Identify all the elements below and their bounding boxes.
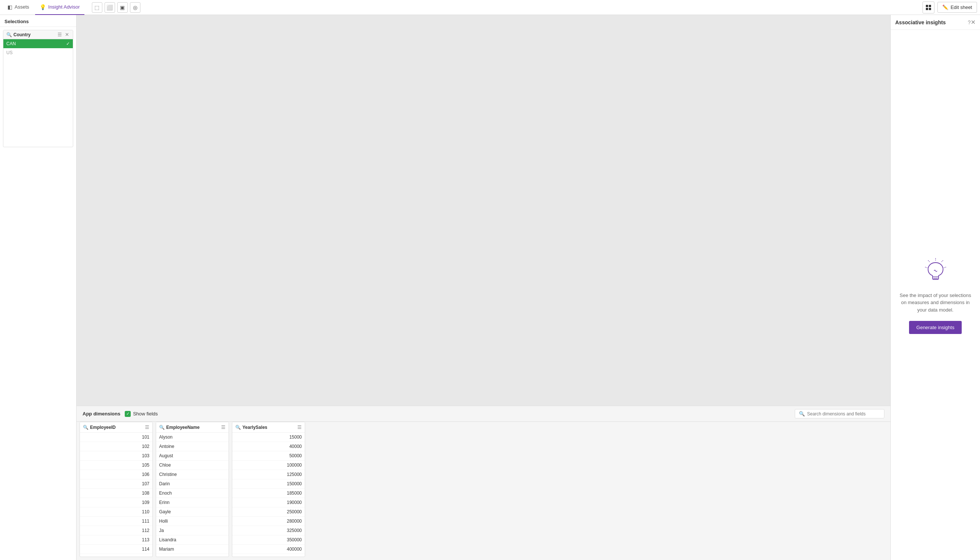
edit-sheet-label: Edit sheet xyxy=(950,5,972,10)
list-item[interactable]: Holli xyxy=(156,517,229,526)
assets-tab-label: Assets xyxy=(15,4,29,10)
list-item[interactable]: 101 xyxy=(80,433,152,442)
insights-close-btn[interactable]: ✕ xyxy=(971,19,975,26)
topbar: ◧ Assets 💡 Insight Advisor ⬚ ⬜ ▣ ◎ ✏️ Ed… xyxy=(0,0,980,15)
dimensions-search-input[interactable] xyxy=(807,411,880,417)
dim-column-employeeid: 🔍EmployeeID☰1011021031051061071081091101… xyxy=(80,422,153,557)
list-item[interactable]: 112 xyxy=(80,526,152,535)
list-item[interactable]: 50000 xyxy=(232,451,305,461)
tab-assets[interactable]: ◧ Assets xyxy=(3,0,33,15)
dim-menu-btn-1[interactable]: ☰ xyxy=(221,424,226,430)
dim-list-1: AlysonAntoineAugustChloeChristineDarinEn… xyxy=(156,433,229,557)
list-item[interactable]: 107 xyxy=(80,479,152,488)
selections-panel: Selections 🔍 Country ☰ ✕ CAN ✓ US xyxy=(0,15,77,560)
list-item[interactable]: Antoine xyxy=(156,442,229,451)
filter-header: 🔍 Country ☰ ✕ xyxy=(3,30,73,39)
list-item[interactable]: Christine xyxy=(156,470,229,479)
svg-rect-2 xyxy=(926,8,928,10)
list-item[interactable]: 190000 xyxy=(232,498,305,507)
assets-icon: ◧ xyxy=(7,4,12,10)
list-item[interactable]: 102 xyxy=(80,442,152,451)
list-item[interactable]: 350000 xyxy=(232,535,305,545)
list-item[interactable]: 108 xyxy=(80,488,152,498)
dim-header-0: 🔍EmployeeID☰ xyxy=(80,422,152,433)
country-filter-box: 🔍 Country ☰ ✕ CAN ✓ US xyxy=(3,30,73,147)
dim-title-1: EmployeeName xyxy=(166,425,220,430)
target-btn[interactable]: ◎ xyxy=(130,2,140,13)
dim-column-yearlysales: 🔍YearlySales☰150004000050000100000125000… xyxy=(232,422,305,557)
insights-header: Associative insights ? ✕ xyxy=(891,15,980,30)
list-item[interactable]: Enoch xyxy=(156,488,229,498)
list-item[interactable]: August xyxy=(156,451,229,461)
insights-title: Associative insights xyxy=(895,20,968,25)
grid-view-btn[interactable] xyxy=(922,2,934,13)
checkmark-icon: ✓ xyxy=(66,41,70,46)
show-fields-toggle[interactable]: ✓ Show fields xyxy=(125,411,158,417)
dimensions-search-box[interactable]: 🔍 xyxy=(795,409,884,418)
show-fields-label: Show fields xyxy=(133,411,158,417)
select-all-btn[interactable]: ⬜ xyxy=(105,2,115,13)
show-fields-checkbox[interactable]: ✓ xyxy=(125,411,131,417)
list-item[interactable]: Ja xyxy=(156,526,229,535)
list-item[interactable]: 103 xyxy=(80,451,152,461)
svg-line-5 xyxy=(942,260,943,262)
list-item[interactable]: Darin xyxy=(156,479,229,488)
filter-title: Country xyxy=(13,32,55,37)
list-item[interactable]: 106 xyxy=(80,470,152,479)
list-item[interactable]: 185000 xyxy=(232,488,305,498)
filter-item-us[interactable]: US xyxy=(3,48,73,57)
app-dimensions-bar: App dimensions ✓ Show fields 🔍 xyxy=(77,406,890,422)
list-item[interactable]: 40000 xyxy=(232,442,305,451)
filter-clear-btn[interactable]: ✕ xyxy=(64,32,70,37)
deselect-btn[interactable]: ▣ xyxy=(117,2,128,13)
center-canvas xyxy=(77,15,890,406)
list-item[interactable]: 250000 xyxy=(232,507,305,517)
edit-icon: ✏️ xyxy=(942,5,948,10)
list-item[interactable]: Erinn xyxy=(156,498,229,507)
list-item[interactable]: 105 xyxy=(80,461,152,470)
list-item[interactable]: Alyson xyxy=(156,433,229,442)
list-item[interactable]: 400000 xyxy=(232,545,305,554)
filter-item-can-label: CAN xyxy=(7,41,16,46)
list-item[interactable]: 280000 xyxy=(232,517,305,526)
toolbar-tools: ⬚ ⬜ ▣ ◎ xyxy=(92,2,140,13)
list-item[interactable]: 15000 xyxy=(232,433,305,442)
list-item[interactable]: 325000 xyxy=(232,526,305,535)
list-item[interactable]: Mariam xyxy=(156,545,229,554)
dimension-columns: 🔍EmployeeID☰1011021031051061071081091101… xyxy=(77,422,890,560)
dim-menu-btn-0[interactable]: ☰ xyxy=(145,424,150,430)
dim-column-employeename: 🔍EmployeeName☰AlysonAntoineAugustChloeCh… xyxy=(156,422,229,557)
list-item[interactable]: 114 xyxy=(80,545,152,554)
insight-advisor-tab-label: Insight Advisor xyxy=(48,4,80,10)
svg-rect-1 xyxy=(929,5,931,7)
list-item[interactable]: 110 xyxy=(80,507,152,517)
list-item[interactable]: 109 xyxy=(80,498,152,507)
main-layout: Selections 🔍 Country ☰ ✕ CAN ✓ US App xyxy=(0,15,980,560)
tab-insight-advisor[interactable]: 💡 Insight Advisor xyxy=(35,0,85,15)
generate-insights-btn[interactable]: Generate insights xyxy=(909,321,962,334)
filter-list-btn[interactable]: ☰ xyxy=(57,32,63,37)
dim-menu-btn-2[interactable]: ☰ xyxy=(297,424,302,430)
topbar-right: ✏️ Edit sheet xyxy=(922,2,977,13)
list-item[interactable]: 150000 xyxy=(232,479,305,488)
svg-line-6 xyxy=(928,260,930,262)
filter-item-can[interactable]: CAN ✓ xyxy=(3,39,73,48)
list-item[interactable]: Lisandra xyxy=(156,535,229,545)
topbar-tabs: ◧ Assets 💡 Insight Advisor xyxy=(3,0,85,15)
list-item[interactable]: 113 xyxy=(80,535,152,545)
insights-help-btn[interactable]: ? xyxy=(968,20,971,25)
dim-search-icon: 🔍 xyxy=(83,425,88,430)
list-item[interactable]: 125000 xyxy=(232,470,305,479)
insight-advisor-icon: 💡 xyxy=(40,4,46,10)
list-item[interactable]: Gayle xyxy=(156,507,229,517)
edit-sheet-button[interactable]: ✏️ Edit sheet xyxy=(937,2,977,13)
list-item[interactable]: 111 xyxy=(80,517,152,526)
app-dimensions-label: App dimensions xyxy=(83,411,120,417)
dimensions-search-icon: 🔍 xyxy=(799,411,805,417)
associative-insights-panel: Associative insights ? ✕ See the i xyxy=(890,15,980,560)
lasso-select-btn[interactable]: ⬚ xyxy=(92,2,102,13)
list-item[interactable]: 100000 xyxy=(232,461,305,470)
list-item[interactable]: Chloe xyxy=(156,461,229,470)
lightbulb-icon xyxy=(921,256,950,286)
insights-description: See the impact of your selections on mea… xyxy=(897,292,974,314)
